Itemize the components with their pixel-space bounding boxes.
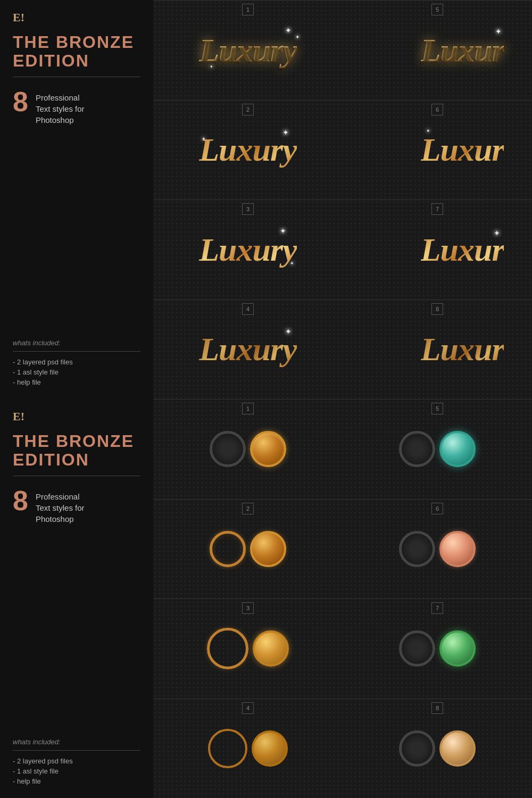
gem-circle-8 xyxy=(439,730,476,767)
title-divider-bottom xyxy=(13,476,140,476)
circle-combo-4 xyxy=(208,729,288,768)
gem-circle-5 xyxy=(439,431,476,467)
grid-cell-3: 3 Luxury ✦ ✦ xyxy=(153,200,343,300)
circle-combo-2 xyxy=(210,531,286,567)
grid-cell-5: 5 Luxur ✦ xyxy=(343,0,532,100)
circle-cell-6: 6 xyxy=(343,499,532,599)
grid-cell-2: 2 Luxury ✦ ✦ xyxy=(153,100,343,200)
product-title-bottom: THE BRONZE EDITION xyxy=(13,432,140,469)
circle-cell-5: 5 xyxy=(343,399,532,499)
grid-cell-7: 7 Luxur ✦ xyxy=(343,200,532,300)
included-item-b1: - 2 layered psd files xyxy=(13,757,140,765)
sidebar-top-half: E! THE BRONZE EDITION 8 Professional Tex… xyxy=(0,0,153,399)
sparkle-1c: ✦ xyxy=(210,64,213,69)
grid-col-left-top: 1 Luxury ✦ ✦ ✦ 2 Luxury ✦ ✦ 3 xyxy=(153,0,343,399)
ring-large-3 xyxy=(207,628,248,669)
circle-combo-1 xyxy=(210,431,286,467)
grid-cell-1: 1 Luxury ✦ ✦ ✦ xyxy=(153,0,343,100)
grid-cell-4: 4 Luxury ✦ xyxy=(153,300,343,400)
cell-number-6: 6 xyxy=(431,104,443,115)
sidebar: E! THE BRONZE EDITION 8 Professional Tex… xyxy=(0,0,153,798)
grid-cell-6: 6 Luxur ✦ xyxy=(343,100,532,200)
circle-cell-7: 7 xyxy=(343,598,532,699)
luxury-text-8: Luxur xyxy=(421,331,504,367)
circle-cell-4: 4 xyxy=(153,699,343,799)
luxury-text-7: Luxur xyxy=(421,231,504,268)
circle-combo-7 xyxy=(399,630,476,667)
sparkle-1a: ✦ xyxy=(285,26,292,35)
cell-number-7: 7 xyxy=(431,203,443,215)
luxury-text-4: Luxury xyxy=(199,331,296,367)
cell-number-5: 5 xyxy=(431,4,443,15)
sparkle-2b: ✦ xyxy=(202,136,206,142)
content-top-half: 1 Luxury ✦ ✦ ✦ 2 Luxury ✦ ✦ 3 xyxy=(153,0,532,399)
ring-dark-5 xyxy=(399,431,435,467)
gem-circle-3 xyxy=(253,630,289,667)
ring-dark-6 xyxy=(399,531,435,567)
luxury-text-2: Luxury xyxy=(199,131,296,168)
circle-cell-3: 3 xyxy=(153,598,343,699)
gem-circle-6 xyxy=(439,531,476,567)
included-item-b3: - help file xyxy=(13,777,140,785)
cell-number-1: 1 xyxy=(242,4,254,15)
title-divider-top xyxy=(13,77,140,77)
gem-circle-4 xyxy=(252,730,288,767)
circle-cell-number-1: 1 xyxy=(242,403,254,414)
feature-row-top: 8 Professional Text styles for Photoshop xyxy=(13,88,140,126)
feature-row-bottom: 8 Professional Text styles for Photoshop xyxy=(13,487,140,525)
luxury-text-5: Luxur xyxy=(421,32,504,68)
included-divider-bottom xyxy=(13,750,140,751)
ring-bronze-2 xyxy=(210,531,246,567)
gem-circle-7 xyxy=(439,630,476,667)
grid-col-right-bottom: 5 6 7 xyxy=(343,399,532,798)
sparkle-5a: ✦ xyxy=(495,27,502,36)
circle-cell-number-8: 8 xyxy=(431,702,443,714)
included-label-top: whats included: xyxy=(13,339,140,347)
circle-cell-number-6: 6 xyxy=(431,503,443,514)
ring-dark-8 xyxy=(399,730,435,767)
cell-number-4: 4 xyxy=(242,303,254,315)
grid-col-right-top: 5 Luxur ✦ 6 Luxur ✦ 7 Luxur ✦ xyxy=(343,0,532,399)
grid-cell-8: 8 Luxur xyxy=(343,300,532,400)
sparkle-3b: ✦ xyxy=(290,261,294,266)
included-item-3: - help file xyxy=(13,378,140,386)
logo-icon-bottom: E! xyxy=(13,410,140,423)
sidebar-bottom-half: E! THE BRONZE EDITION 8 Professional Tex… xyxy=(0,399,153,798)
sparkle-6a: ✦ xyxy=(426,128,430,134)
main-content: 1 Luxury ✦ ✦ ✦ 2 Luxury ✦ ✦ 3 xyxy=(153,0,532,798)
luxury-text-1: Luxury xyxy=(199,32,296,68)
circle-combo-5 xyxy=(399,431,476,467)
cell-number-8: 8 xyxy=(431,303,443,315)
luxury-text-3: Luxury xyxy=(199,231,296,268)
circle-cell-1: 1 xyxy=(153,399,343,499)
sparkle-2a: ✦ xyxy=(282,128,289,137)
included-section-bottom: whats included: - 2 layered psd files - … xyxy=(13,727,140,787)
included-label-bottom: whats included: xyxy=(13,738,140,746)
circle-combo-8 xyxy=(399,730,476,767)
sparkle-3a: ✦ xyxy=(280,227,286,235)
circle-cell-2: 2 xyxy=(153,499,343,599)
circle-cell-number-5: 5 xyxy=(431,403,443,414)
included-item-1: - 2 layered psd files xyxy=(13,358,140,366)
circle-cell-number-3: 3 xyxy=(242,602,254,614)
circle-combo-3 xyxy=(207,628,289,669)
grid-col-left-bottom: 1 2 3 xyxy=(153,399,343,798)
ring-dark-7 xyxy=(399,630,435,667)
ring-4 xyxy=(208,729,247,768)
sparkle-7a: ✦ xyxy=(494,229,500,237)
gem-circle-1 xyxy=(250,431,286,467)
logo-icon: E! xyxy=(13,11,140,24)
circle-combo-6 xyxy=(399,531,476,567)
circle-cell-number-7: 7 xyxy=(431,602,443,614)
included-item-b2: - 1 asl style file xyxy=(13,767,140,775)
feature-text-top: Professional Text styles for Photoshop xyxy=(36,88,85,126)
content-bottom-half: 1 2 3 xyxy=(153,399,532,798)
gem-circle-2 xyxy=(250,531,286,567)
sparkle-1b: ✦ xyxy=(295,34,300,40)
sparkle-4a: ✦ xyxy=(285,327,292,336)
luxury-text-6: Luxur xyxy=(421,131,504,168)
feature-number-bottom: 8 xyxy=(13,487,28,514)
feature-text-bottom: Professional Text styles for Photoshop xyxy=(36,487,85,525)
included-item-2: - 1 asl style file xyxy=(13,368,140,376)
ring-dark-1 xyxy=(210,431,246,467)
